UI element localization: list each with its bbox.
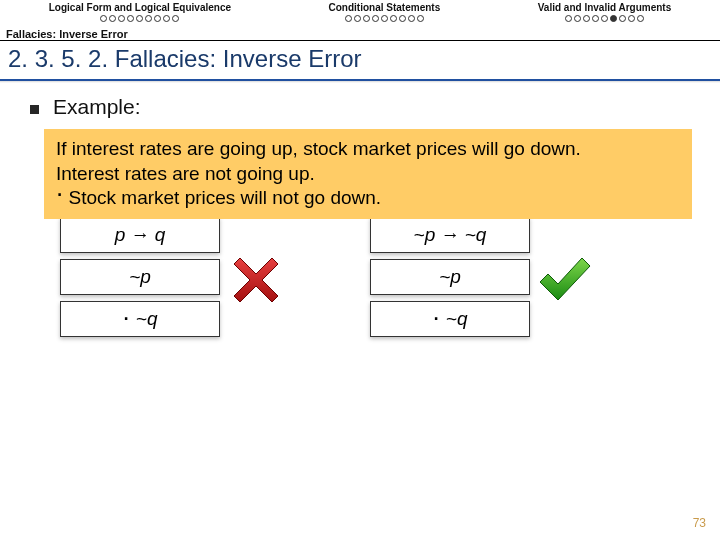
nav-dots-1 — [100, 15, 179, 22]
left-r1: p → q — [60, 217, 220, 253]
page-number: 73 — [693, 516, 706, 530]
logic-col-right: ~p → ~q ~p · ~q — [370, 217, 530, 343]
nav-label-3: Valid and Invalid Arguments — [538, 2, 672, 13]
right-r3-text: ~q — [446, 308, 468, 330]
nav-col-2: Conditional Statements — [329, 2, 441, 22]
logic-col-left: p → q ~p · ~q — [60, 217, 220, 343]
left-r3: · ~q — [60, 301, 220, 337]
conclusion-text-span: Stock market prices will not go down. — [63, 187, 381, 208]
nav-col-3: Valid and Invalid Arguments — [538, 2, 672, 22]
left-r3-text: ~q — [136, 308, 158, 330]
nav-col-1: Logical Form and Logical Equivalence — [49, 2, 231, 22]
therefore-dot-icon: · — [56, 178, 63, 208]
example-box: If interest rates are going up, stock ma… — [44, 129, 692, 219]
therefore-dot-icon: · — [433, 314, 440, 320]
premise-2: Interest rates are not going up. — [56, 162, 680, 187]
example-bullet: Example: — [30, 95, 698, 119]
logic-grid: p → q ~p · ~q ~p → ~q ~p · — [60, 217, 720, 343]
premise-1: If interest rates are going up, stock ma… — [56, 137, 680, 162]
nav-label-1: Logical Form and Logical Equivalence — [49, 2, 231, 13]
right-r1: ~p → ~q — [370, 217, 530, 253]
therefore-dot-icon: · — [123, 314, 130, 320]
conclusion-text: · Stock market prices will not go down. — [56, 186, 680, 211]
content-area: Example: — [0, 81, 720, 119]
page-title: 2. 3. 5. 2. Fallacies: Inverse Error — [0, 41, 720, 81]
top-nav: Logical Form and Logical Equivalence Con… — [0, 0, 720, 22]
right-r3: · ~q — [370, 301, 530, 337]
square-bullet-icon — [30, 105, 39, 114]
cross-icon — [230, 254, 282, 306]
breadcrumb: Fallacies: Inverse Error — [0, 26, 720, 41]
right-r2: ~p — [370, 259, 530, 295]
left-r2: ~p — [60, 259, 220, 295]
nav-dots-2 — [345, 15, 424, 22]
check-icon — [536, 254, 592, 306]
nav-dots-3 — [565, 15, 644, 22]
nav-label-2: Conditional Statements — [329, 2, 441, 13]
example-label: Example: — [53, 95, 141, 119]
